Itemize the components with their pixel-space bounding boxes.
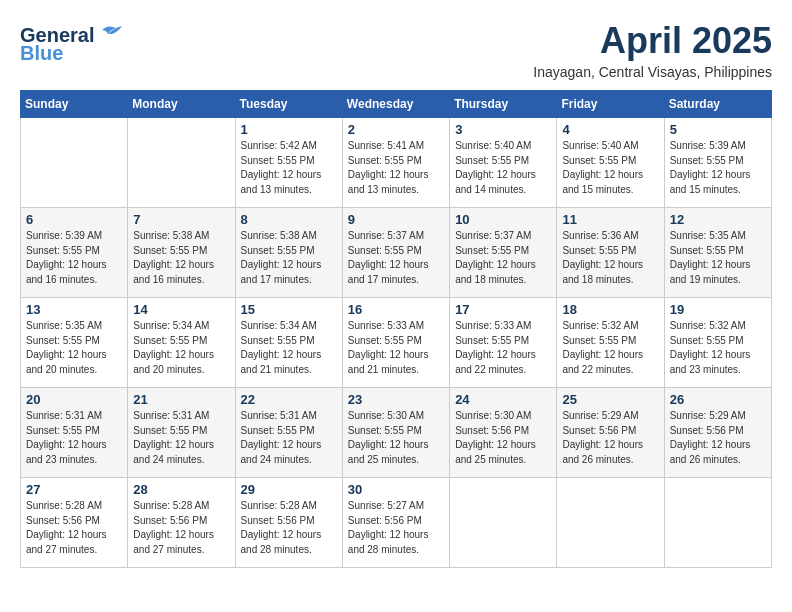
- calendar-cell: 16Sunrise: 5:33 AM Sunset: 5:55 PM Dayli…: [342, 298, 449, 388]
- calendar-week-row: 6Sunrise: 5:39 AM Sunset: 5:55 PM Daylig…: [21, 208, 772, 298]
- calendar-cell: 6Sunrise: 5:39 AM Sunset: 5:55 PM Daylig…: [21, 208, 128, 298]
- day-number: 9: [348, 212, 444, 227]
- day-number: 18: [562, 302, 658, 317]
- day-number: 17: [455, 302, 551, 317]
- calendar-cell: 2Sunrise: 5:41 AM Sunset: 5:55 PM Daylig…: [342, 118, 449, 208]
- day-number: 28: [133, 482, 229, 497]
- day-number: 3: [455, 122, 551, 137]
- day-info: Sunrise: 5:31 AM Sunset: 5:55 PM Dayligh…: [26, 409, 122, 467]
- calendar-cell: 14Sunrise: 5:34 AM Sunset: 5:55 PM Dayli…: [128, 298, 235, 388]
- day-info: Sunrise: 5:40 AM Sunset: 5:55 PM Dayligh…: [455, 139, 551, 197]
- day-number: 20: [26, 392, 122, 407]
- calendar-cell: [557, 478, 664, 568]
- day-number: 21: [133, 392, 229, 407]
- logo: General Blue: [20, 20, 130, 65]
- day-info: Sunrise: 5:31 AM Sunset: 5:55 PM Dayligh…: [133, 409, 229, 467]
- day-info: Sunrise: 5:27 AM Sunset: 5:56 PM Dayligh…: [348, 499, 444, 557]
- calendar-header-cell: Monday: [128, 91, 235, 118]
- calendar-cell: 21Sunrise: 5:31 AM Sunset: 5:55 PM Dayli…: [128, 388, 235, 478]
- calendar-cell: 29Sunrise: 5:28 AM Sunset: 5:56 PM Dayli…: [235, 478, 342, 568]
- calendar-cell: 7Sunrise: 5:38 AM Sunset: 5:55 PM Daylig…: [128, 208, 235, 298]
- day-number: 4: [562, 122, 658, 137]
- calendar-week-row: 13Sunrise: 5:35 AM Sunset: 5:55 PM Dayli…: [21, 298, 772, 388]
- day-info: Sunrise: 5:30 AM Sunset: 5:55 PM Dayligh…: [348, 409, 444, 467]
- logo-svg: General Blue: [20, 20, 130, 65]
- day-info: Sunrise: 5:42 AM Sunset: 5:55 PM Dayligh…: [241, 139, 337, 197]
- header: General Blue April 2025 Inayagan, Centra…: [20, 20, 772, 80]
- day-number: 14: [133, 302, 229, 317]
- calendar-cell: 5Sunrise: 5:39 AM Sunset: 5:55 PM Daylig…: [664, 118, 771, 208]
- calendar-table: SundayMondayTuesdayWednesdayThursdayFrid…: [20, 90, 772, 568]
- day-number: 30: [348, 482, 444, 497]
- calendar-cell: 17Sunrise: 5:33 AM Sunset: 5:55 PM Dayli…: [450, 298, 557, 388]
- calendar-header-cell: Tuesday: [235, 91, 342, 118]
- day-info: Sunrise: 5:36 AM Sunset: 5:55 PM Dayligh…: [562, 229, 658, 287]
- day-number: 13: [26, 302, 122, 317]
- day-info: Sunrise: 5:40 AM Sunset: 5:55 PM Dayligh…: [562, 139, 658, 197]
- svg-text:Blue: Blue: [20, 42, 63, 64]
- calendar-header-cell: Friday: [557, 91, 664, 118]
- day-info: Sunrise: 5:39 AM Sunset: 5:55 PM Dayligh…: [26, 229, 122, 287]
- calendar-cell: [21, 118, 128, 208]
- day-number: 15: [241, 302, 337, 317]
- day-number: 26: [670, 392, 766, 407]
- day-info: Sunrise: 5:39 AM Sunset: 5:55 PM Dayligh…: [670, 139, 766, 197]
- day-info: Sunrise: 5:35 AM Sunset: 5:55 PM Dayligh…: [670, 229, 766, 287]
- calendar-cell: 15Sunrise: 5:34 AM Sunset: 5:55 PM Dayli…: [235, 298, 342, 388]
- calendar-cell: [664, 478, 771, 568]
- day-number: 10: [455, 212, 551, 227]
- day-number: 24: [455, 392, 551, 407]
- calendar-cell: 18Sunrise: 5:32 AM Sunset: 5:55 PM Dayli…: [557, 298, 664, 388]
- calendar-cell: 26Sunrise: 5:29 AM Sunset: 5:56 PM Dayli…: [664, 388, 771, 478]
- day-info: Sunrise: 5:32 AM Sunset: 5:55 PM Dayligh…: [670, 319, 766, 377]
- day-info: Sunrise: 5:37 AM Sunset: 5:55 PM Dayligh…: [348, 229, 444, 287]
- calendar-week-row: 1Sunrise: 5:42 AM Sunset: 5:55 PM Daylig…: [21, 118, 772, 208]
- calendar-cell: 24Sunrise: 5:30 AM Sunset: 5:56 PM Dayli…: [450, 388, 557, 478]
- day-number: 2: [348, 122, 444, 137]
- calendar-cell: 30Sunrise: 5:27 AM Sunset: 5:56 PM Dayli…: [342, 478, 449, 568]
- calendar-cell: 10Sunrise: 5:37 AM Sunset: 5:55 PM Dayli…: [450, 208, 557, 298]
- day-number: 27: [26, 482, 122, 497]
- day-info: Sunrise: 5:33 AM Sunset: 5:55 PM Dayligh…: [348, 319, 444, 377]
- calendar-cell: 11Sunrise: 5:36 AM Sunset: 5:55 PM Dayli…: [557, 208, 664, 298]
- day-info: Sunrise: 5:28 AM Sunset: 5:56 PM Dayligh…: [26, 499, 122, 557]
- day-info: Sunrise: 5:38 AM Sunset: 5:55 PM Dayligh…: [133, 229, 229, 287]
- day-info: Sunrise: 5:35 AM Sunset: 5:55 PM Dayligh…: [26, 319, 122, 377]
- calendar-cell: 28Sunrise: 5:28 AM Sunset: 5:56 PM Dayli…: [128, 478, 235, 568]
- day-number: 1: [241, 122, 337, 137]
- day-number: 5: [670, 122, 766, 137]
- day-info: Sunrise: 5:34 AM Sunset: 5:55 PM Dayligh…: [133, 319, 229, 377]
- calendar-header-row: SundayMondayTuesdayWednesdayThursdayFrid…: [21, 91, 772, 118]
- day-number: 11: [562, 212, 658, 227]
- day-number: 12: [670, 212, 766, 227]
- day-info: Sunrise: 5:31 AM Sunset: 5:55 PM Dayligh…: [241, 409, 337, 467]
- calendar-cell: 27Sunrise: 5:28 AM Sunset: 5:56 PM Dayli…: [21, 478, 128, 568]
- day-number: 23: [348, 392, 444, 407]
- day-number: 29: [241, 482, 337, 497]
- day-info: Sunrise: 5:33 AM Sunset: 5:55 PM Dayligh…: [455, 319, 551, 377]
- calendar-cell: 1Sunrise: 5:42 AM Sunset: 5:55 PM Daylig…: [235, 118, 342, 208]
- calendar-week-row: 20Sunrise: 5:31 AM Sunset: 5:55 PM Dayli…: [21, 388, 772, 478]
- day-number: 6: [26, 212, 122, 227]
- calendar-cell: 12Sunrise: 5:35 AM Sunset: 5:55 PM Dayli…: [664, 208, 771, 298]
- calendar-cell: 22Sunrise: 5:31 AM Sunset: 5:55 PM Dayli…: [235, 388, 342, 478]
- calendar-cell: 19Sunrise: 5:32 AM Sunset: 5:55 PM Dayli…: [664, 298, 771, 388]
- day-number: 19: [670, 302, 766, 317]
- day-info: Sunrise: 5:37 AM Sunset: 5:55 PM Dayligh…: [455, 229, 551, 287]
- calendar-cell: 4Sunrise: 5:40 AM Sunset: 5:55 PM Daylig…: [557, 118, 664, 208]
- calendar-cell: 25Sunrise: 5:29 AM Sunset: 5:56 PM Dayli…: [557, 388, 664, 478]
- calendar-cell: [128, 118, 235, 208]
- calendar-cell: 23Sunrise: 5:30 AM Sunset: 5:55 PM Dayli…: [342, 388, 449, 478]
- day-number: 16: [348, 302, 444, 317]
- day-number: 7: [133, 212, 229, 227]
- month-title: April 2025: [533, 20, 772, 62]
- day-info: Sunrise: 5:28 AM Sunset: 5:56 PM Dayligh…: [133, 499, 229, 557]
- calendar-week-row: 27Sunrise: 5:28 AM Sunset: 5:56 PM Dayli…: [21, 478, 772, 568]
- title-area: April 2025 Inayagan, Central Visayas, Ph…: [533, 20, 772, 80]
- day-info: Sunrise: 5:29 AM Sunset: 5:56 PM Dayligh…: [562, 409, 658, 467]
- day-number: 25: [562, 392, 658, 407]
- calendar-cell: 9Sunrise: 5:37 AM Sunset: 5:55 PM Daylig…: [342, 208, 449, 298]
- calendar-cell: 20Sunrise: 5:31 AM Sunset: 5:55 PM Dayli…: [21, 388, 128, 478]
- day-number: 22: [241, 392, 337, 407]
- calendar-cell: 13Sunrise: 5:35 AM Sunset: 5:55 PM Dayli…: [21, 298, 128, 388]
